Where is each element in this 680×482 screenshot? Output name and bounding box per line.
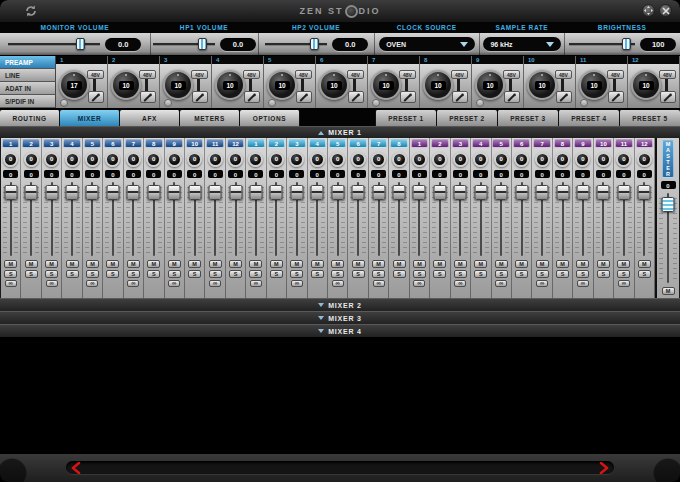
scroll-right-button[interactable] (596, 462, 612, 474)
fader-handle[interactable] (536, 185, 549, 200)
input-select-button[interactable] (192, 91, 208, 103)
close-button[interactable] (659, 4, 672, 17)
fader-track[interactable] (430, 180, 449, 258)
stereo-link-button[interactable] (60, 99, 68, 107)
fader-track[interactable] (492, 180, 511, 258)
fader-track[interactable] (451, 180, 470, 258)
mute-button[interactable]: M (474, 260, 487, 268)
solo-button[interactable]: S (372, 270, 385, 278)
solo-button[interactable]: S (249, 270, 262, 278)
pan-knob[interactable]: 0 (65, 152, 80, 167)
gain-knob[interactable]: 10 (527, 70, 557, 100)
link-button[interactable]: ∞ (209, 280, 221, 287)
pan-knob[interactable]: 0 (596, 152, 611, 167)
pan-knob[interactable]: 0 (616, 152, 631, 167)
mute-button[interactable]: M (495, 260, 508, 268)
gain-knob[interactable]: 10 (111, 70, 141, 100)
fader-handle[interactable] (617, 185, 630, 200)
stereo-link-button[interactable] (164, 99, 172, 107)
solo-button[interactable]: S (617, 270, 630, 278)
tab-mixer[interactable]: MIXER (60, 110, 120, 126)
mute-button[interactable]: M (209, 260, 222, 268)
preamp-tab-preamp[interactable]: PREAMP (0, 56, 56, 69)
pan-knob[interactable]: 0 (126, 152, 141, 167)
pan-knob[interactable]: 0 (167, 152, 182, 167)
solo-button[interactable]: S (209, 270, 222, 278)
mute-button[interactable]: M (617, 260, 630, 268)
pan-knob[interactable]: 0 (24, 152, 39, 167)
pan-knob[interactable]: 0 (208, 152, 223, 167)
link-button[interactable]: ∞ (291, 280, 303, 287)
fader-handle[interactable] (495, 185, 508, 200)
mute-button[interactable]: M (290, 260, 303, 268)
mute-button[interactable]: M (66, 260, 79, 268)
fader-track[interactable] (532, 180, 551, 258)
phantom-48v-button[interactable]: 48V (243, 70, 260, 79)
gain-knob[interactable]: 10 (579, 70, 609, 100)
input-select-button[interactable] (608, 91, 624, 103)
preamp-tab-s-pdif-in[interactable]: S/PDIF IN (0, 95, 56, 108)
hp1-volume-slider[interactable] (153, 37, 215, 51)
tab-options[interactable]: OPTIONS (240, 110, 300, 126)
fader-handle[interactable] (188, 185, 201, 200)
fader-track[interactable] (389, 180, 408, 258)
phantom-48v-button[interactable]: 48V (451, 70, 468, 79)
phantom-48v-button[interactable]: 48V (191, 70, 208, 79)
solo-button[interactable]: S (168, 270, 181, 278)
pan-knob[interactable]: 0 (637, 152, 652, 167)
gain-knob[interactable]: 10 (475, 70, 505, 100)
fader-track[interactable] (308, 180, 327, 258)
mute-button[interactable]: M (168, 260, 181, 268)
solo-button[interactable]: S (597, 270, 610, 278)
solo-button[interactable]: S (352, 270, 365, 278)
mute-button[interactable]: M (127, 260, 140, 268)
fader-track[interactable] (328, 180, 347, 258)
stereo-link-button[interactable] (268, 99, 276, 107)
mute-button[interactable]: M (352, 260, 365, 268)
solo-button[interactable]: S (86, 270, 99, 278)
link-button[interactable]: ∞ (577, 280, 589, 287)
phantom-48v-button[interactable]: 48V (503, 70, 520, 79)
solo-button[interactable]: S (638, 270, 651, 278)
resize-button[interactable] (642, 4, 655, 17)
solo-button[interactable]: S (229, 270, 242, 278)
solo-button[interactable]: S (66, 270, 79, 278)
input-select-button[interactable] (556, 91, 572, 103)
preset-button-preset-2[interactable]: PRESET 2 (436, 110, 497, 126)
mute-button[interactable]: M (433, 260, 446, 268)
gain-knob[interactable]: 10 (163, 70, 193, 100)
solo-button[interactable]: S (4, 270, 17, 278)
pan-knob[interactable]: 0 (248, 152, 263, 167)
gain-knob[interactable]: 10 (267, 70, 297, 100)
phantom-48v-button[interactable]: 48V (659, 70, 676, 79)
link-button[interactable]: ∞ (86, 280, 98, 287)
fader-handle[interactable] (290, 185, 303, 200)
fader-track[interactable] (21, 180, 40, 258)
solo-button[interactable]: S (576, 270, 589, 278)
fader-track[interactable] (42, 180, 61, 258)
fader-track[interactable] (226, 180, 245, 258)
fader-handle[interactable] (86, 185, 99, 200)
input-select-button[interactable] (504, 91, 520, 103)
link-button[interactable]: ∞ (373, 280, 385, 287)
link-button[interactable]: ∞ (332, 280, 344, 287)
input-select-button[interactable] (452, 91, 468, 103)
tab-meters[interactable]: METERS (180, 110, 240, 126)
fader-track[interactable] (512, 180, 531, 258)
pan-knob[interactable]: 0 (289, 152, 304, 167)
pan-knob[interactable]: 0 (494, 152, 509, 167)
solo-button[interactable]: S (25, 270, 38, 278)
fader-track[interactable] (267, 180, 286, 258)
solo-button[interactable]: S (290, 270, 303, 278)
fader-track[interactable] (614, 180, 633, 258)
fader-handle[interactable] (249, 185, 262, 200)
brightness-slider[interactable] (569, 37, 635, 51)
solo-button[interactable]: S (188, 270, 201, 278)
stereo-link-button[interactable] (580, 99, 588, 107)
fader-track[interactable] (124, 180, 143, 258)
pan-knob[interactable]: 0 (228, 152, 243, 167)
mixer-section-header-mixer-4[interactable]: MIXER 4 (0, 324, 680, 337)
preset-button-preset-4[interactable]: PRESET 4 (558, 110, 619, 126)
solo-button[interactable]: S (270, 270, 283, 278)
input-select-button[interactable] (400, 91, 416, 103)
